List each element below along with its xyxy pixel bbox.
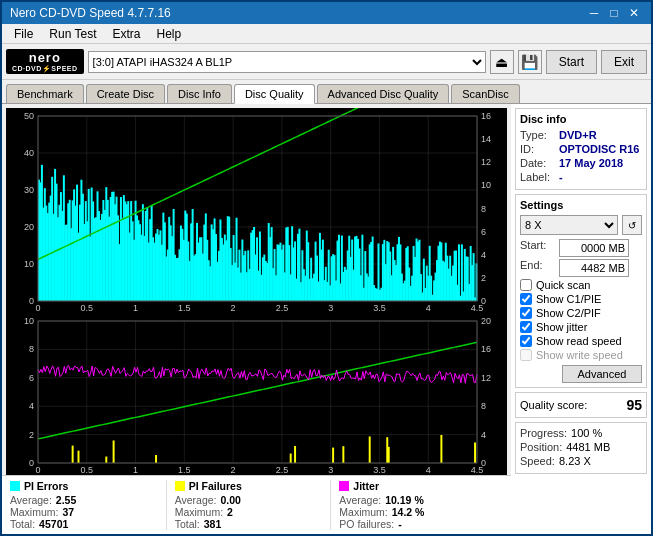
pi-failures-max-row: Maximum: 2: [175, 506, 323, 518]
left-content: PI Errors Average: 2.55 Maximum: 37 Tota…: [2, 104, 511, 534]
pi-failures-color: [175, 481, 185, 491]
tab-benchmark[interactable]: Benchmark: [6, 84, 84, 103]
jitter-po-val: -: [398, 518, 402, 530]
speed-row-bottom: Speed: 8.23 X: [520, 455, 642, 467]
speed-row: 8 X ↺: [520, 215, 642, 235]
show-jitter-checkbox[interactable]: [520, 321, 532, 333]
disc-id-label: ID:: [520, 143, 555, 155]
titlebar-title: Nero CD-DVD Speed 4.7.7.16: [10, 6, 171, 20]
disc-label-label: Label:: [520, 171, 555, 183]
tab-scan-disc[interactable]: ScanDisc: [451, 84, 519, 103]
position-row: Position: 4481 MB: [520, 441, 642, 453]
toolbar: nero CD·DVD⚡SPEED [3:0] ATAPI iHAS324 A …: [2, 44, 651, 80]
bottom-stats: PI Errors Average: 2.55 Maximum: 37 Tota…: [2, 475, 511, 534]
show-c2pif-checkbox[interactable]: [520, 307, 532, 319]
pi-errors-avg-val: 2.55: [56, 494, 76, 506]
menu-file[interactable]: File: [6, 25, 41, 43]
start-label: Start:: [520, 239, 555, 257]
menubar: File Run Test Extra Help: [2, 24, 651, 44]
tab-advanced-disc-quality[interactable]: Advanced Disc Quality: [317, 84, 450, 103]
jitter-avg-row: Average: 10.19 %: [339, 494, 487, 506]
pi-errors-total-val: 45701: [39, 518, 68, 530]
quality-row: Quality score: 95: [520, 397, 642, 413]
jitter-color: [339, 481, 349, 491]
disc-info-title: Disc info: [520, 113, 642, 125]
jitter-max-label: Maximum:: [339, 506, 387, 518]
tab-disc-info[interactable]: Disc Info: [167, 84, 232, 103]
charts-panel: [6, 108, 507, 475]
pi-failures-label: PI Failures: [189, 480, 242, 492]
pi-failures-avg-label: Average:: [175, 494, 217, 506]
exit-button[interactable]: Exit: [601, 50, 647, 74]
pi-failures-max-val: 2: [227, 506, 233, 518]
jitter-label: Jitter: [353, 480, 379, 492]
show-c1pie-label: Show C1/PIE: [536, 293, 601, 305]
disc-type-row: Type: DVD+R: [520, 129, 642, 141]
quick-scan-row: Quick scan: [520, 279, 642, 291]
drive-select[interactable]: [3:0] ATAPI iHAS324 A BL1P: [88, 51, 486, 73]
nero-brand: nero: [29, 51, 61, 65]
jitter-header: Jitter: [339, 480, 487, 492]
end-mb-input[interactable]: [559, 259, 629, 277]
pi-errors-total-row: Total: 45701: [10, 518, 158, 530]
disc-type-value: DVD+R: [559, 129, 597, 141]
quick-scan-checkbox[interactable]: [520, 279, 532, 291]
content-area: PI Errors Average: 2.55 Maximum: 37 Tota…: [2, 104, 651, 534]
start-mb-input[interactable]: [559, 239, 629, 257]
speed-label: Speed:: [520, 455, 555, 467]
disc-info-section: Disc info Type: DVD+R ID: OPTODISC R16 D…: [515, 108, 647, 190]
show-c1pie-row: Show C1/PIE: [520, 293, 642, 305]
advanced-button[interactable]: Advanced: [562, 365, 642, 383]
eject-button[interactable]: ⏏: [490, 50, 514, 74]
pi-errors-max-val: 37: [62, 506, 74, 518]
show-jitter-label: Show jitter: [536, 321, 587, 333]
menu-help[interactable]: Help: [149, 25, 190, 43]
pi-errors-avg-row: Average: 2.55: [10, 494, 158, 506]
quick-scan-label: Quick scan: [536, 279, 590, 291]
progress-row: Progress: 100 %: [520, 427, 642, 439]
minimize-button[interactable]: ─: [585, 4, 603, 22]
disc-date-label: Date:: [520, 157, 555, 169]
jitter-avg-label: Average:: [339, 494, 381, 506]
show-write-speed-checkbox[interactable]: [520, 349, 532, 361]
start-mb-row: Start:: [520, 239, 642, 257]
show-c2pif-row: Show C2/PIF: [520, 307, 642, 319]
tab-disc-quality[interactable]: Disc Quality: [234, 84, 315, 104]
refresh-button[interactable]: ↺: [622, 215, 642, 235]
show-read-speed-label: Show read speed: [536, 335, 622, 347]
show-read-speed-row: Show read speed: [520, 335, 642, 347]
main-chart: [6, 108, 507, 475]
jitter-po-label: PO failures:: [339, 518, 394, 530]
show-c2pif-label: Show C2/PIF: [536, 307, 601, 319]
pi-errors-stat: PI Errors Average: 2.55 Maximum: 37 Tota…: [10, 480, 167, 530]
settings-section: Settings 8 X ↺ Start: End: Qui: [515, 194, 647, 388]
quality-score-label: Quality score:: [520, 399, 587, 411]
show-c1pie-checkbox[interactable]: [520, 293, 532, 305]
settings-title: Settings: [520, 199, 642, 211]
show-write-speed-label: Show write speed: [536, 349, 623, 361]
disc-date-row: Date: 17 May 2018: [520, 157, 642, 169]
disc-type-label: Type:: [520, 129, 555, 141]
close-button[interactable]: ✕: [625, 4, 643, 22]
progress-value: 100 %: [571, 427, 602, 439]
show-jitter-row: Show jitter: [520, 321, 642, 333]
save-button[interactable]: 💾: [518, 50, 542, 74]
speed-select[interactable]: 8 X: [520, 215, 618, 235]
pi-errors-label: PI Errors: [24, 480, 68, 492]
right-panel: Disc info Type: DVD+R ID: OPTODISC R16 D…: [511, 104, 651, 534]
tab-create-disc[interactable]: Create Disc: [86, 84, 165, 103]
menu-run-test[interactable]: Run Test: [41, 25, 104, 43]
start-button[interactable]: Start: [546, 50, 597, 74]
menu-extra[interactable]: Extra: [104, 25, 148, 43]
nero-logo: nero CD·DVD⚡SPEED: [6, 49, 84, 75]
show-read-speed-checkbox[interactable]: [520, 335, 532, 347]
pi-errors-max-row: Maximum: 37: [10, 506, 158, 518]
maximize-button[interactable]: □: [605, 4, 623, 22]
jitter-rows: Average: 10.19 % Maximum: 14.2 % PO fail…: [339, 494, 487, 530]
progress-section: Progress: 100 % Position: 4481 MB Speed:…: [515, 422, 647, 474]
progress-label: Progress:: [520, 427, 567, 439]
pi-errors-avg-label: Average:: [10, 494, 52, 506]
pi-failures-total-row: Total: 381: [175, 518, 323, 530]
end-label: End:: [520, 259, 555, 277]
disc-id-value: OPTODISC R16: [559, 143, 640, 155]
